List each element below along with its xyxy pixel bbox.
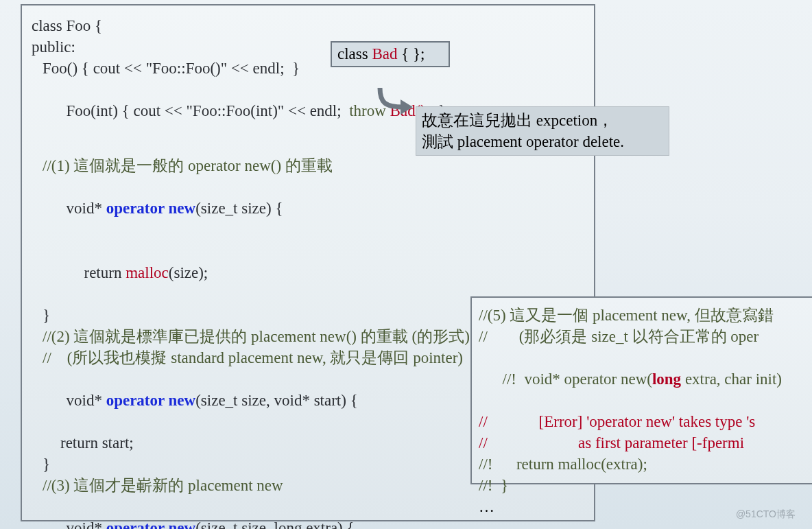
comment-line: // (那必須是 size_t 以符合正常的 oper (479, 326, 807, 347)
operator-new-kw: operator new (106, 519, 196, 529)
code-text: return (84, 264, 126, 281)
comment-text: //! void* operator new( (503, 371, 652, 388)
code-text: (size_t size, void* start) { (195, 392, 358, 409)
error-line: // [Error] 'operator new' takes type 's (479, 411, 807, 432)
code-text: (size_t size, long extra) { (195, 519, 354, 529)
code-text: Foo(int) { cout << "Foo::Foo(int)" << en… (67, 102, 350, 119)
comment-line: //! return malloc(extra); (479, 454, 807, 475)
code-line: class Foo { (32, 15, 584, 36)
note-line: 測試 placement operator delete. (422, 131, 663, 152)
code-text: void* (67, 519, 106, 529)
code-text: void* (67, 200, 106, 217)
code-text: (size_t size) { (195, 200, 283, 217)
bad-class: Bad (372, 45, 397, 62)
note-line: 故意在這兒拋出 expcetion， (422, 110, 663, 131)
page-root: class Foo { public: Foo() { cout << "Foo… (0, 0, 812, 529)
comment-line: //(5) 這又是一個 placement new, 但故意寫錯 (479, 305, 807, 326)
malloc-fn: malloc (126, 264, 169, 281)
comment-text: extra, char init) (681, 371, 782, 388)
comment-line: //! } (479, 475, 807, 496)
error-line: // as first parameter [-fpermi (479, 432, 807, 454)
code-line: void* operator new(size_t size) { (32, 176, 584, 240)
operator-new-kw: operator new (106, 392, 196, 409)
right-code-box: //(5) 這又是一個 placement new, 但故意寫錯 // (那必須… (470, 296, 812, 484)
code-text: (size); (169, 264, 208, 281)
long-kw: long (652, 371, 681, 388)
throw-kw: throw (349, 102, 390, 119)
note-box: 故意在這兒拋出 expcetion， 測試 placement operator… (416, 106, 669, 156)
watermark: @51CTO博客 (736, 508, 796, 521)
code-text: { }; (398, 45, 425, 62)
code-line: //! void* operator new(long extra, char … (479, 347, 807, 411)
operator-new-kw: operator new (106, 200, 196, 217)
code-text: class (337, 45, 372, 62)
code-text: void* (67, 392, 106, 409)
code-line: return malloc(size); (32, 240, 584, 304)
code-line: Foo() { cout << "Foo::Foo()" << endl; } (32, 58, 584, 79)
code-line: public: (32, 36, 584, 58)
comment-line: //(1) 這個就是一般的 operator new() 的重載 (32, 155, 584, 176)
bad-box: class Bad { }; (331, 41, 450, 67)
